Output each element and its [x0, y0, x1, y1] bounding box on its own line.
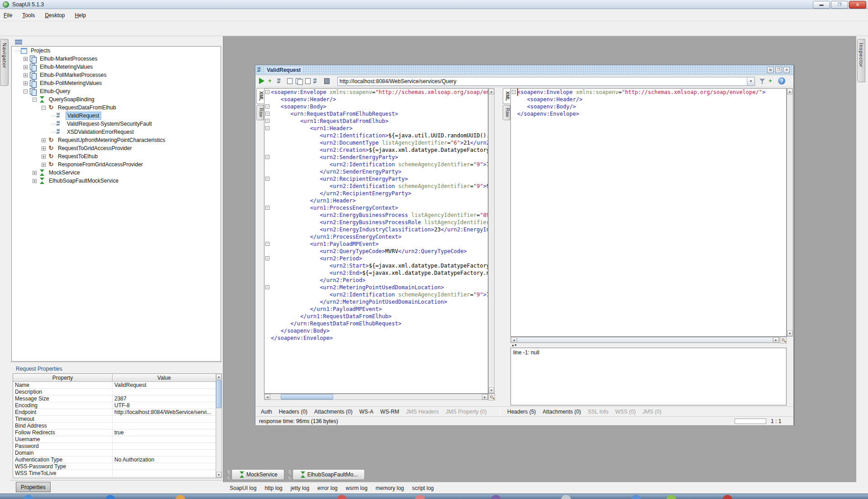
tree-item-elhub-pollmeteringvalues[interactable]: +Elhub-PollMeteringValues: [12, 79, 221, 87]
tree-expander-icon[interactable]: +: [42, 138, 46, 142]
scroll-right-icon[interactable]: ►: [482, 394, 488, 400]
property-row-timeout[interactable]: Timeout: [13, 416, 216, 423]
property-value[interactable]: [113, 463, 216, 470]
log-tab-script-log[interactable]: script log: [412, 485, 434, 491]
property-row-description[interactable]: Description: [13, 389, 216, 395]
request-horizontal-scrollbar[interactable]: ◄ ►: [264, 394, 488, 400]
recreate-request-icon[interactable]: [286, 77, 294, 85]
property-row-wss-timetolive[interactable]: WSS TimeToLive: [13, 470, 216, 477]
property-value[interactable]: [113, 450, 216, 456]
tree-expander-icon[interactable]: +: [33, 171, 37, 175]
app-icon-red[interactable]: [337, 495, 347, 499]
property-row-password[interactable]: Password: [13, 443, 216, 450]
tree-item-validrequest[interactable]: SOAPValidRequest: [12, 112, 221, 120]
scrollbar-thumb[interactable]: [517, 337, 773, 343]
property-value[interactable]: [113, 443, 216, 449]
log-tab-wsrm-log[interactable]: wsrm log: [346, 485, 368, 491]
property-row-domain[interactable]: Domain: [13, 450, 216, 457]
app-icon-purple[interactable]: [491, 495, 501, 499]
tree-item-responsefromgridaccessprovider[interactable]: +↻ResponseFromGridAccessProvider: [12, 160, 221, 169]
navigator-tab[interactable]: Navigator: [0, 39, 9, 86]
tree-expander-icon[interactable]: +: [42, 146, 46, 151]
tree-item-xsdvalidationerrorrequest[interactable]: SOAPXSDValidationErrorRequest: [12, 128, 221, 136]
response-raw-tab[interactable]: Raw: [503, 105, 510, 120]
scroll-up-icon[interactable]: ▲: [216, 374, 222, 380]
create-soap-request-icon[interactable]: SOAP: [313, 77, 321, 85]
scroll-left-icon[interactable]: ◄: [511, 337, 517, 343]
fold-collapse-icon[interactable]: -: [512, 90, 516, 94]
request-help-icon[interactable]: ?: [778, 77, 785, 85]
tree-item-projects[interactable]: Projects: [12, 47, 221, 55]
properties-scrollbar[interactable]: ▲ ▼: [216, 373, 222, 478]
close-window-icon[interactable]: ✕: [783, 67, 790, 73]
tree-item-validrequest-system-securityfault[interactable]: SOAPValidRequest-System/SecurityFault: [12, 120, 221, 128]
fold-collapse-icon[interactable]: -: [265, 90, 269, 94]
tree-expander-icon[interactable]: +: [24, 81, 28, 85]
request-ws-a-tab[interactable]: WS-A: [359, 409, 373, 415]
tree-expander-icon[interactable]: +: [42, 163, 46, 167]
tree-expander-icon[interactable]: +: [24, 57, 28, 61]
log-tab-http-log[interactable]: http log: [264, 485, 282, 491]
response-xml-editor[interactable]: -<soapenv:Envelope xmlns:soapenv="http:/…: [510, 88, 787, 337]
tree-item-elhub-marketprocesses[interactable]: +Elhub-MarketProcesses: [12, 55, 221, 63]
property-row-endpoint[interactable]: Endpointhttp://localhost:8084/WebService…: [13, 409, 216, 416]
tree-item-elhubsoapfaultmockservice[interactable]: +ElhubSoapFaultMockService: [12, 177, 221, 185]
tree-item-requesttoelhub[interactable]: +↻RequestToElhub: [12, 152, 221, 160]
app-icon-gray[interactable]: [561, 495, 571, 499]
inspector-tab[interactable]: Inspector: [857, 39, 865, 82]
menu-help[interactable]: Help: [75, 12, 86, 19]
folder-icon[interactable]: [175, 495, 185, 499]
fold-collapse-icon[interactable]: -: [265, 285, 269, 289]
add-endpoint-icon[interactable]: +: [769, 77, 776, 85]
fold-collapse-icon[interactable]: -: [265, 155, 269, 159]
start-orb[interactable]: [24, 495, 33, 499]
tree-item-requestupfrontmeteringpointcharacteristics[interactable]: +↻RequestUpfrontMeteringPointCharacteris…: [12, 136, 221, 144]
endpoint-input[interactable]: [339, 78, 745, 85]
minimized-window-mockservice[interactable]: MockService: [231, 469, 284, 480]
scroll-left-icon[interactable]: ◄: [264, 394, 270, 400]
scrollbar-thumb[interactable]: [281, 394, 333, 400]
fold-collapse-icon[interactable]: -: [265, 177, 269, 181]
endpoint-dropdown-icon[interactable]: ▼: [747, 77, 755, 85]
submit-request-button[interactable]: [259, 78, 268, 84]
scroll-down-icon[interactable]: ▼: [787, 330, 793, 336]
create-copy-icon[interactable]: [295, 77, 303, 85]
tree-item-elhub-query[interactable]: -Elhub-Query: [12, 87, 221, 95]
response-headers-5-tab[interactable]: Headers (5): [507, 409, 536, 415]
window-grip[interactable]: [288, 469, 292, 480]
app-icon-blue[interactable]: [631, 495, 641, 499]
scrollbar-thumb[interactable]: [216, 380, 222, 408]
scroll-up-icon[interactable]: ▲: [489, 89, 494, 94]
magnifier-icon[interactable]: [488, 394, 495, 400]
response-attachments-0-tab[interactable]: Attachments (0): [542, 409, 581, 415]
app-icon-pink[interactable]: [415, 495, 425, 499]
property-value[interactable]: [113, 436, 216, 443]
request-headers-0-tab[interactable]: Headers (0): [279, 409, 307, 415]
property-value[interactable]: 2387: [113, 395, 216, 402]
tree-expander-icon[interactable]: +: [42, 155, 46, 159]
property-value[interactable]: [113, 470, 216, 476]
log-tab-memory-log[interactable]: memory log: [376, 485, 404, 491]
property-value[interactable]: [113, 389, 216, 395]
tree-item-mockservice[interactable]: +MockService: [12, 169, 221, 177]
app-icon-darkred[interactable]: [722, 495, 732, 499]
property-row-username[interactable]: Username: [13, 436, 216, 443]
tree-item-requesttogridaccessprovider[interactable]: +↻RequestToGridAccessProvider: [12, 144, 221, 152]
property-value[interactable]: UTF-8: [113, 402, 216, 409]
fold-collapse-icon[interactable]: -: [265, 104, 269, 108]
tree-expander-icon[interactable]: +: [33, 179, 37, 183]
property-value[interactable]: ValidRequest: [113, 382, 216, 388]
windows-taskbar[interactable]: [0, 494, 868, 499]
request-vertical-scrollbar[interactable]: ▲ ▼: [488, 88, 495, 394]
restore-button[interactable]: ❐: [831, 1, 848, 9]
tree-options-icon[interactable]: [14, 39, 23, 45]
fold-collapse-icon[interactable]: -: [265, 126, 269, 130]
property-row-authentication-type[interactable]: Authentication TypeNo Authorization: [13, 457, 216, 463]
log-tab-jetty-log[interactable]: jetty log: [291, 485, 309, 491]
tree-expander-icon[interactable]: +: [24, 65, 28, 69]
magnifier-icon[interactable]: [780, 337, 787, 344]
window-grip[interactable]: [227, 469, 231, 480]
tree-item-requestdatafromelhub[interactable]: -↻RequestDataFromElhub: [12, 104, 221, 112]
app-icon-green[interactable]: [666, 495, 676, 499]
property-value[interactable]: [113, 416, 216, 422]
